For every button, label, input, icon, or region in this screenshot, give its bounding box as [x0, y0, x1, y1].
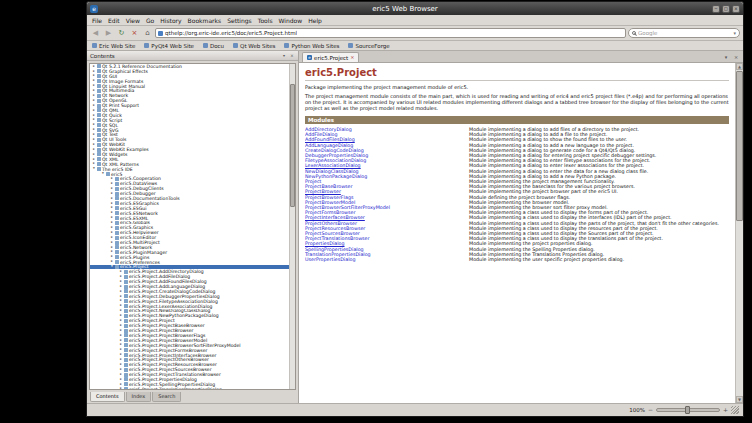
expander-icon[interactable]: ▸: [110, 226, 114, 230]
expander-icon[interactable]: ▸: [119, 339, 123, 343]
expander-icon[interactable]: ▸: [92, 138, 96, 142]
tree-item[interactable]: ▸ eric5.Project.TranslationPropertiesDia…: [90, 387, 289, 389]
menu-item[interactable]: File: [89, 17, 105, 24]
menu-item[interactable]: Go: [143, 17, 157, 24]
expander-icon[interactable]: ▸: [92, 109, 96, 113]
expander-icon[interactable]: ▸: [119, 324, 123, 328]
expander-icon[interactable]: ▸: [110, 250, 114, 254]
expander-icon[interactable]: ▸: [92, 148, 96, 152]
scroll-up-icon[interactable]: [736, 63, 743, 70]
expander-icon[interactable]: ▸: [119, 290, 123, 294]
tab-list-icon[interactable]: [722, 53, 730, 61]
expander-icon[interactable]: ▸: [92, 99, 96, 103]
expander-icon[interactable]: ▸: [119, 348, 123, 352]
expander-icon[interactable]: ▾: [101, 172, 105, 176]
expander-icon[interactable]: ▸: [92, 158, 96, 162]
expander-icon[interactable]: ▸: [92, 89, 96, 93]
zoom-slider-handle[interactable]: [685, 406, 690, 414]
expander-icon[interactable]: ▸: [110, 187, 114, 191]
forward-icon[interactable]: [103, 28, 114, 39]
expander-icon[interactable]: ▸: [92, 65, 96, 69]
expander-icon[interactable]: ▸: [119, 343, 123, 347]
expander-icon[interactable]: ▸: [92, 133, 96, 137]
sidebar-scrollbar[interactable]: [289, 64, 295, 389]
expander-icon[interactable]: ▸: [110, 202, 114, 206]
expander-icon[interactable]: ▸: [110, 221, 114, 225]
close-button[interactable]: [732, 5, 740, 13]
chevron-down-icon[interactable]: [733, 30, 736, 36]
zoom-slider[interactable]: [656, 408, 720, 412]
expander-icon[interactable]: ▸: [119, 383, 123, 387]
dock-float-icon[interactable]: [281, 53, 287, 59]
expander-icon[interactable]: ▸: [110, 246, 114, 250]
expander-icon[interactable]: ▸: [119, 275, 123, 279]
expander-icon[interactable]: ▸: [119, 280, 123, 284]
expander-icon[interactable]: ▸: [110, 216, 114, 220]
dock-close-icon[interactable]: [289, 53, 295, 59]
expander-icon[interactable]: ▸: [92, 114, 96, 118]
expander-icon[interactable]: ▸: [110, 192, 114, 196]
stop-icon[interactable]: [129, 28, 140, 39]
maximize-button[interactable]: [722, 5, 730, 13]
minimize-button[interactable]: [712, 5, 720, 13]
zoom-out-icon[interactable]: [648, 407, 653, 413]
expander-icon[interactable]: ▸: [119, 387, 123, 389]
bookmark-item[interactable]: Python Web Sites: [284, 43, 339, 49]
expander-icon[interactable]: ▸: [119, 378, 123, 382]
expander-icon[interactable]: ▸: [110, 197, 114, 201]
expander-icon[interactable]: ▸: [119, 314, 123, 318]
expander-icon[interactable]: ▸: [110, 211, 114, 215]
menu-item[interactable]: Settings: [224, 17, 255, 24]
expander-icon[interactable]: ▸: [119, 363, 123, 367]
scroll-down-icon[interactable]: [736, 396, 743, 403]
expander-icon[interactable]: ▸: [110, 236, 114, 240]
expander-icon[interactable]: ▸: [92, 128, 96, 132]
tab-eric5-project[interactable]: eric5.Project: [302, 52, 359, 62]
expander-icon[interactable]: ▸: [119, 373, 123, 377]
expander-icon[interactable]: ▸: [92, 153, 96, 157]
sidebar-tab[interactable]: Contents: [90, 392, 125, 402]
menu-item[interactable]: Help: [305, 17, 325, 24]
expander-icon[interactable]: ▸: [92, 74, 96, 78]
reload-icon[interactable]: [116, 28, 127, 39]
content-scrollbar[interactable]: [735, 63, 743, 403]
menu-item[interactable]: Window: [276, 17, 306, 24]
expander-icon[interactable]: ▸: [119, 299, 123, 303]
content-scrollbar-thumb[interactable]: [736, 71, 743, 221]
home-icon[interactable]: [142, 28, 153, 39]
resize-grip[interactable]: [731, 406, 739, 414]
expander-icon[interactable]: ▸: [110, 182, 114, 186]
expander-icon[interactable]: ▸: [119, 319, 123, 323]
zoom-in-icon[interactable]: [723, 407, 728, 413]
expander-icon[interactable]: ▸: [119, 353, 123, 357]
expander-icon[interactable]: ▸: [110, 260, 114, 264]
expander-icon[interactable]: ▾: [110, 265, 114, 269]
back-icon[interactable]: [90, 28, 101, 39]
url-bar[interactable]: qthelp://org.eric-ide.eric5/doc/eric5.Pr…: [155, 28, 626, 38]
expander-icon[interactable]: ▸: [119, 285, 123, 289]
module-link[interactable]: UserPropertiesDialog: [305, 257, 463, 262]
expander-icon[interactable]: ▸: [92, 94, 96, 98]
expander-icon[interactable]: ▸: [92, 162, 96, 166]
menu-item[interactable]: Bookmarks: [185, 17, 225, 24]
tabbar-close-icon[interactable]: [732, 53, 740, 61]
expander-icon[interactable]: ▸: [110, 177, 114, 181]
expander-icon[interactable]: ▸: [92, 143, 96, 147]
menu-item[interactable]: View: [123, 17, 143, 24]
sidebar-scrollbar-thumb[interactable]: [290, 84, 295, 208]
bookmark-item[interactable]: SourceForge: [348, 43, 389, 49]
bookmark-item[interactable]: Eric Web Site: [92, 43, 135, 49]
expander-icon[interactable]: ▸: [110, 255, 114, 259]
menu-item[interactable]: Tools: [255, 17, 276, 24]
tab-close-icon[interactable]: [350, 55, 354, 60]
expander-icon[interactable]: ▸: [119, 309, 123, 313]
expander-icon[interactable]: ▸: [110, 206, 114, 210]
expander-icon[interactable]: ▸: [119, 270, 123, 274]
expander-icon[interactable]: ▸: [119, 368, 123, 372]
bookmark-item[interactable]: PyQt4 Web Site: [144, 43, 194, 49]
expander-icon[interactable]: ▸: [119, 334, 123, 338]
expander-icon[interactable]: ▾: [92, 167, 96, 171]
sidebar-tab[interactable]: Search: [152, 392, 181, 402]
expander-icon[interactable]: ▸: [92, 118, 96, 122]
expander-icon[interactable]: ▸: [119, 295, 123, 299]
